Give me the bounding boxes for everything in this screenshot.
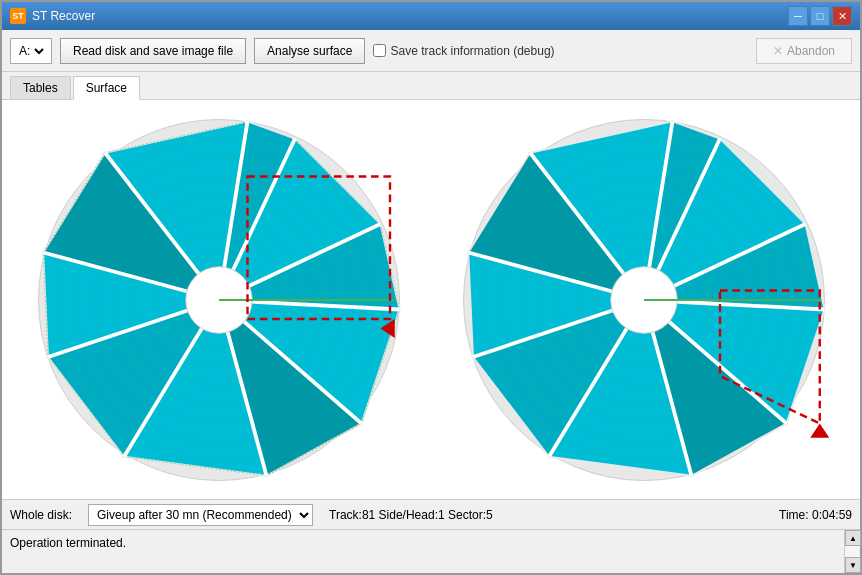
toolbar: A: Read disk and save image file Analyse…	[2, 30, 860, 72]
disk-left	[10, 108, 427, 491]
whole-disk-label: Whole disk:	[10, 508, 72, 522]
log-message: Operation terminated.	[10, 536, 126, 550]
status-bar: Whole disk: Giveup after 30 mn (Recommen…	[2, 499, 860, 529]
time-display: Time: 0:04:59	[779, 508, 852, 522]
save-track-checkbox-label[interactable]: Save track information (debug)	[373, 44, 554, 58]
log-text-area: Operation terminated.	[2, 530, 844, 573]
main-window: ST ST Recover ─ □ ✕ A: Read disk and sav…	[0, 0, 862, 575]
svg-marker-42	[810, 423, 829, 437]
title-bar-left: ST ST Recover	[10, 8, 95, 24]
maximize-button[interactable]: □	[810, 6, 830, 26]
title-bar: ST ST Recover ─ □ ✕	[2, 2, 860, 30]
close-button[interactable]: ✕	[832, 6, 852, 26]
abandon-label: Abandon	[787, 44, 835, 58]
drive-select-container[interactable]: A:	[10, 38, 52, 64]
read-disk-button[interactable]: Read disk and save image file	[60, 38, 246, 64]
whole-disk-select[interactable]: Giveup after 30 mn (Recommended)	[88, 504, 313, 526]
window-controls: ─ □ ✕	[788, 6, 852, 26]
scroll-track	[845, 546, 860, 557]
window-title: ST Recover	[32, 9, 95, 23]
abandon-x-icon: ✕	[773, 44, 783, 58]
save-track-label: Save track information (debug)	[390, 44, 554, 58]
tab-bar: Tables Surface	[2, 72, 860, 100]
log-scrollbar[interactable]: ▲ ▼	[844, 530, 860, 573]
minimize-button[interactable]: ─	[788, 6, 808, 26]
app-icon: ST	[10, 8, 26, 24]
analyse-surface-button[interactable]: Analyse surface	[254, 38, 365, 64]
disk-right	[435, 108, 852, 491]
abandon-button: ✕ Abandon	[756, 38, 852, 64]
tab-surface[interactable]: Surface	[73, 76, 140, 100]
time-value: 0:04:59	[812, 508, 852, 522]
save-track-checkbox[interactable]	[373, 44, 386, 57]
time-label: Time:	[779, 508, 809, 522]
surface-content	[2, 100, 860, 499]
drive-dropdown[interactable]: A:	[15, 43, 47, 59]
scroll-up-button[interactable]: ▲	[845, 530, 861, 546]
tab-tables[interactable]: Tables	[10, 76, 71, 99]
track-info: Track:81 Side/Head:1 Sector:5	[329, 508, 493, 522]
scroll-down-button[interactable]: ▼	[845, 557, 861, 573]
disk-right-svg	[454, 110, 834, 490]
disk-left-svg	[29, 110, 409, 490]
log-area: Operation terminated. ▲ ▼	[2, 529, 860, 573]
